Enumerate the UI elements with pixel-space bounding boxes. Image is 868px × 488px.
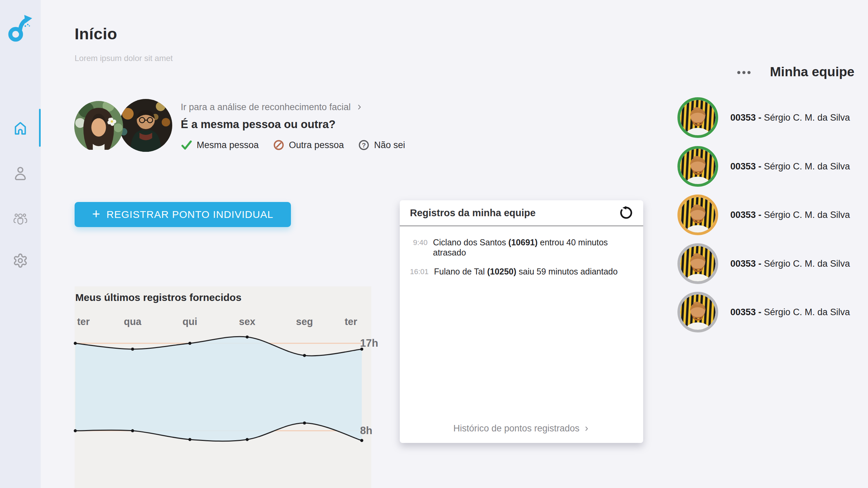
team-member-row[interactable]: 00353 - Sérgio C. M. da Silva (677, 195, 861, 235)
chart-svg (75, 329, 371, 461)
chart-x-label: qui (182, 316, 197, 328)
member-label: 00353 - Sérgio C. M. da Silva (730, 307, 850, 318)
facial-recognition-section: Ir para a análise de reconhecimento faci… (181, 101, 405, 151)
sidebar-item-team[interactable] (0, 199, 41, 239)
chart-plot: 17h8h (75, 329, 371, 461)
record-time: 9:40 (410, 237, 428, 258)
record-text: Ciclano dos Santos (10691) entrou 40 min… (433, 237, 633, 258)
chart-y-label: 17h (360, 337, 378, 349)
member-avatar (677, 243, 718, 284)
facial-analysis-link-label: Ir para a análise de reconhecimento faci… (181, 101, 351, 113)
sidebar-item-settings[interactable] (0, 241, 41, 281)
option-label: Mesma pessoa (197, 140, 259, 150)
team-records-header: Registros da minha equipe (400, 200, 643, 225)
facial-photo-woman (74, 101, 123, 152)
member-label: 00353 - Sérgio C. M. da Silva (730, 113, 850, 123)
settings-icon (13, 253, 28, 268)
svg-text:?: ? (362, 142, 366, 149)
register-individual-punch-button[interactable]: + REGISTRAR PONTO INDIVIDUAL (75, 202, 291, 227)
member-label: 00353 - Sérgio C. M. da Silva (730, 210, 850, 220)
app-logo-icon (8, 14, 33, 41)
my-team-title: Minha equipe (770, 64, 854, 79)
record-time: 16:01 (410, 266, 429, 277)
member-avatar (677, 292, 718, 332)
check-icon (181, 139, 192, 151)
facial-question: É a mesma pessoa ou outra? (181, 118, 405, 131)
block-icon (273, 139, 284, 151)
user-icon (13, 165, 28, 180)
facial-analysis-link[interactable]: Ir para a análise de reconhecimento faci… (181, 101, 405, 113)
chart-x-label: seg (296, 316, 313, 328)
punch-history-label: Histórico de pontos registrados (453, 423, 579, 434)
active-nav-indicator (39, 109, 41, 147)
question-icon: ? (358, 139, 370, 151)
sidebar-item-home[interactable] (0, 108, 41, 148)
chart-y-label: 8h (360, 425, 372, 437)
option-dont-know[interactable]: ? Não sei (358, 139, 405, 151)
chart-x-label: qua (124, 316, 141, 328)
sidebar (0, 0, 41, 488)
member-avatar (677, 195, 718, 235)
facial-photo-man (119, 99, 172, 152)
member-label: 00353 - Sérgio C. M. da Silva (730, 259, 850, 269)
chevron-right-icon (584, 425, 590, 432)
option-other-person[interactable]: Outra pessoa (273, 139, 344, 151)
chart-x-label: ter (344, 316, 357, 328)
member-label: 00353 - Sérgio C. M. da Silva (730, 161, 850, 172)
chart-x-label: ter (77, 316, 90, 328)
my-records-chart-panel: Meus últimos registros fornecidos terqua… (75, 286, 371, 488)
page-title: Início (75, 24, 117, 43)
team-member-row[interactable]: 00353 - Sérgio C. M. da Silva (677, 292, 861, 332)
refresh-icon[interactable] (619, 206, 633, 220)
team-member-row[interactable]: 00353 - Sérgio C. M. da Silva (677, 243, 861, 284)
team-icon (13, 211, 28, 226)
home-icon (13, 120, 28, 136)
team-records-list: 9:40 Ciclano dos Santos (10691) entrou 4… (400, 226, 643, 277)
record-text: Fulano de Tal (10250) saiu 59 minutos ad… (434, 266, 618, 277)
record-entry: 16:01 Fulano de Tal (10250) saiu 59 minu… (410, 266, 633, 277)
team-member-row[interactable]: 00353 - Sérgio C. M. da Silva (677, 146, 861, 187)
option-label: Outra pessoa (289, 140, 344, 150)
team-member-row[interactable]: 00353 - Sérgio C. M. da Silva (677, 97, 861, 138)
dots-menu-icon[interactable] (736, 70, 751, 77)
option-same-person[interactable]: Mesma pessoa (181, 139, 259, 151)
page-subtitle: Lorem ipsum dolor sit amet (75, 54, 173, 63)
member-avatar (677, 146, 718, 187)
facial-options: Mesma pessoa Outra pessoa ? Não sei (181, 139, 405, 151)
register-button-label: REGISTRAR PONTO INDIVIDUAL (106, 209, 273, 220)
sidebar-item-profile[interactable] (0, 152, 41, 192)
chart-x-label: sex (239, 316, 255, 328)
option-label: Não sei (374, 140, 405, 150)
member-avatar (677, 97, 718, 138)
chart-x-labels: terquaquisexsegter (75, 316, 371, 329)
record-entry: 9:40 Ciclano dos Santos (10691) entrou 4… (410, 237, 633, 258)
chart-title: Meus últimos registros fornecidos (75, 292, 241, 303)
punch-history-link[interactable]: Histórico de pontos registrados (400, 423, 643, 434)
team-records-card: Registros da minha equipe 9:40 Ciclano d… (400, 200, 643, 443)
chevron-right-icon (356, 103, 363, 111)
dashboard-page: Início Lorem ipsum dolor sit amet (0, 0, 868, 488)
team-records-title: Registros da minha equipe (410, 207, 536, 219)
